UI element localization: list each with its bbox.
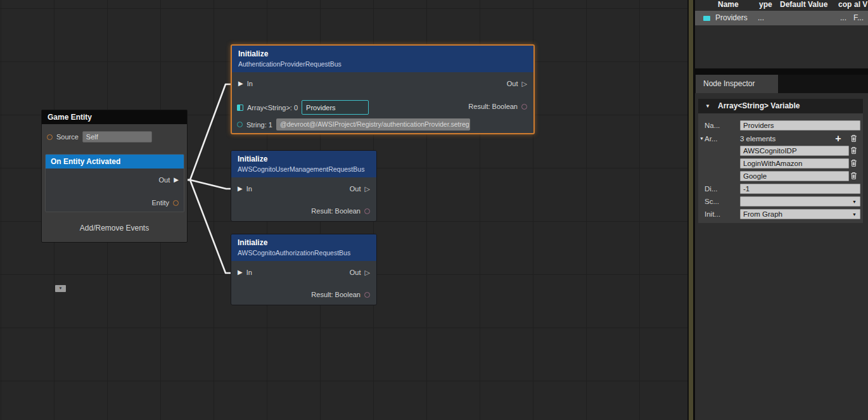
array-collapse-triangle-icon[interactable]: ▼	[699, 136, 704, 141]
game-entity-node[interactable]: Game Entity Source On Entity Activated O…	[41, 110, 188, 243]
trash-icon	[850, 146, 857, 155]
col-scope[interactable]: cop	[838, 0, 852, 11]
variable-row-providers[interactable]: Providers ... ... F...	[695, 11, 868, 25]
node-subtitle: AuthenticationProviderRequestBus	[238, 60, 527, 68]
in-pin-icon[interactable]: ▶	[238, 185, 243, 193]
node-subtitle: AWSCognitoAuthorizationRequestBus	[238, 249, 370, 257]
script-canvas-window: Game Entity Source On Entity Activated O…	[0, 0, 868, 420]
source-pin-icon[interactable]	[47, 134, 53, 140]
entity-pin-icon[interactable]	[173, 200, 179, 206]
trash-icon	[850, 159, 857, 167]
col-initial-value[interactable]: al V	[854, 0, 867, 11]
row-initial: F...	[853, 13, 864, 22]
string-pin-icon[interactable]	[237, 122, 243, 127]
trash-icon	[850, 134, 857, 143]
row-scope: ...	[840, 13, 846, 22]
result-label: Result: Boolean	[311, 207, 361, 215]
right-panel: Name ype Default Value cop al V Provider…	[695, 0, 868, 420]
node-title: Initialize	[238, 238, 370, 247]
array-type-icon	[703, 16, 710, 21]
out-pin-label: Out	[350, 269, 361, 276]
chevron-down-icon: ▼	[852, 212, 857, 217]
col-default-value[interactable]: Default Value	[780, 0, 827, 11]
add-remove-events-button[interactable]: Add/Remove Events	[42, 224, 187, 232]
out-pin-label: Out	[350, 185, 361, 193]
event-title: On Entity Activated	[46, 155, 184, 169]
node-header: Initialize AWSCognitoAuthorizationReques…	[231, 234, 376, 261]
out-pin-label: Out	[159, 176, 170, 184]
out-pin-icon[interactable]: ▷	[365, 269, 370, 276]
datum-field-input[interactable]	[740, 184, 860, 194]
settings-registry-path-input[interactable]: @devroot@/AWSIProject/Registry/authentic…	[276, 118, 470, 130]
row-type: ...	[758, 13, 764, 22]
source-pin-label: Source	[56, 133, 79, 141]
tab-node-inspector[interactable]: Node Inspector	[696, 75, 778, 93]
col-type[interactable]: ype	[759, 0, 772, 11]
result-label: Result: Boolean	[468, 103, 518, 110]
out-pin-icon[interactable]: ▶	[174, 176, 179, 184]
initial-value-dropdown-value: From Graph	[743, 210, 782, 218]
element-0-input[interactable]	[740, 146, 849, 156]
in-pin-label: In	[246, 269, 252, 276]
string-slot-label: String: 1	[246, 121, 272, 129]
trash-icon	[850, 172, 857, 180]
name-field-input[interactable]	[740, 120, 860, 130]
array-field-label: Ar...	[705, 134, 737, 144]
section-title: Array<String> Variable	[718, 99, 800, 113]
out-pin-label: Out	[507, 80, 518, 87]
datum-field-label: Di...	[705, 184, 737, 194]
inspector-tabbar: Node Inspector	[695, 75, 868, 93]
add-element-button[interactable]: +	[834, 134, 843, 143]
node-header: Initialize AuthenticationProviderRequest…	[232, 46, 533, 72]
out-pin-icon[interactable]: ▷	[522, 80, 527, 87]
section-array-string-variable[interactable]: ▼ Array<String> Variable	[698, 99, 863, 113]
in-pin-label: In	[246, 185, 252, 193]
row-name: Providers	[715, 13, 748, 22]
delete-element-2-button[interactable]	[849, 171, 858, 181]
delete-element-0-button[interactable]	[849, 146, 858, 155]
graph-canvas[interactable]: Game Entity Source On Entity Activated O…	[0, 0, 687, 420]
element-1-input[interactable]	[740, 158, 849, 169]
initialize-authentication-provider-node[interactable]: Initialize AuthenticationProviderRequest…	[231, 44, 535, 134]
source-input[interactable]	[82, 131, 152, 143]
node-title: Initialize	[238, 155, 370, 163]
plus-icon: +	[835, 134, 841, 143]
node-header: Initialize AWSCognitoUserManagementReque…	[231, 151, 376, 177]
collapse-triangle-icon[interactable]: ▼	[705, 99, 710, 113]
result-pin-icon[interactable]	[364, 208, 370, 214]
init-field-label: Init...	[705, 209, 737, 219]
out-pin-icon[interactable]: ▷	[365, 185, 370, 193]
game-entity-title: Game Entity	[42, 110, 187, 124]
result-label: Result: Boolean	[311, 291, 361, 298]
in-pin-icon[interactable]: ▶	[238, 80, 243, 87]
initialize-cognito-authorization-node[interactable]: Initialize AWSCognitoAuthorizationReques…	[231, 234, 377, 305]
in-pin-icon[interactable]: ▶	[238, 269, 243, 276]
collapsed-node-button[interactable]: ▼	[55, 285, 66, 292]
panel-splitter[interactable]	[687, 0, 695, 420]
result-pin-icon[interactable]	[364, 292, 370, 298]
node-inspector-body: ▼ Array<String> Variable Na... ▼ Ar... 3…	[695, 93, 868, 420]
delete-element-1-button[interactable]	[849, 158, 858, 168]
initial-value-dropdown[interactable]: From Graph ▼	[740, 209, 860, 219]
entity-pin-label: Entity	[151, 199, 169, 207]
name-field-label: Na...	[705, 120, 737, 130]
array-count: 3 elements	[740, 134, 775, 144]
col-name[interactable]: Name	[718, 0, 739, 11]
array-slot-label: Array<String>: 0	[247, 104, 298, 111]
clear-array-button[interactable]	[849, 134, 858, 143]
panel-separator	[695, 68, 868, 75]
on-entity-activated-event[interactable]: On Entity Activated Out ▶ Entity	[45, 154, 184, 212]
scope-dropdown[interactable]: ▼	[740, 196, 860, 207]
in-pin-label: In	[247, 80, 253, 87]
providers-variable-input[interactable]	[302, 100, 369, 115]
variable-properties: Na... ▼ Ar... 3 elements +	[698, 113, 863, 223]
node-title: Initialize	[238, 49, 527, 58]
element-2-input[interactable]	[740, 171, 849, 181]
chevron-down-icon: ▼	[852, 200, 857, 205]
result-pin-icon[interactable]	[521, 104, 527, 110]
array-string-pin-icon[interactable]	[237, 105, 243, 111]
initialize-cognito-user-management-node[interactable]: Initialize AWSCognitoUserManagementReque…	[231, 150, 377, 222]
scope-field-label: Sc...	[705, 196, 737, 207]
node-subtitle: AWSCognitoUserManagementRequestBus	[238, 165, 370, 173]
